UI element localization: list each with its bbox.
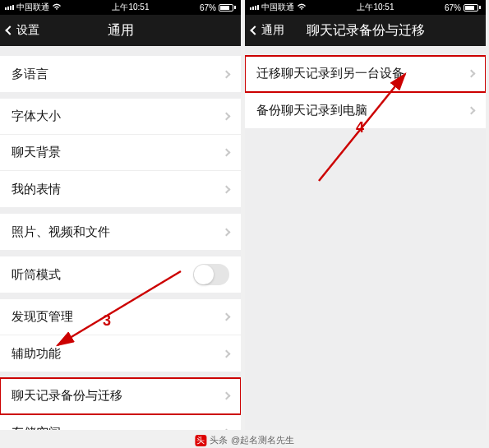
list-item[interactable]: 我的表情 [0, 171, 241, 207]
back-label: 设置 [16, 23, 39, 38]
wifi-icon [297, 3, 307, 12]
status-bar: 中国联通 上午10:51 67% [0, 0, 241, 15]
list-item[interactable]: 存储空间 [0, 414, 241, 430]
chevron-left-icon [250, 25, 259, 35]
chevron-right-icon [223, 149, 231, 157]
list-item[interactable]: 多语言 [0, 56, 241, 92]
list-item[interactable]: 听筒模式 [0, 256, 241, 293]
wifi-icon [52, 3, 62, 12]
battery-percent: 67% [445, 3, 461, 12]
settings-list[interactable]: 多语言字体大小聊天背景我的表情照片、视频和文件听筒模式发现页管理辅助功能聊天记录… [0, 46, 241, 430]
chevron-right-icon [223, 392, 231, 400]
back-label: 通用 [261, 23, 284, 38]
chevron-right-icon [223, 228, 231, 236]
list-item[interactable]: 迁移聊天记录到另一台设备 [245, 56, 486, 92]
list-item[interactable]: 聊天记录备份与迁移 [0, 378, 241, 414]
list-item[interactable]: 备份聊天记录到电脑 [245, 92, 486, 128]
signal-icon [250, 5, 259, 10]
chevron-right-icon [223, 313, 231, 321]
page-title: 聊天记录备份与迁移 [307, 22, 425, 39]
battery-percent: 67% [200, 3, 216, 12]
chevron-right-icon [223, 428, 231, 430]
credit-footer: 头 头条 @起名测名先生 [195, 434, 294, 446]
status-time: 上午10:51 [112, 2, 149, 13]
chevron-left-icon [5, 25, 14, 35]
chevron-right-icon [223, 185, 231, 193]
nav-bar: 设置 通用 [0, 15, 241, 46]
row-label: 照片、视频和文件 [12, 224, 110, 240]
phone-right: 中国联通 上午10:51 67% 通用 聊天记录备份与迁移 迁移聊天记录到另一台… [245, 0, 486, 430]
credit-author: @起名测名先生 [231, 434, 294, 446]
status-time: 上午10:51 [357, 2, 394, 13]
credit-prefix: 头条 [210, 434, 228, 446]
row-label: 多语言 [12, 67, 48, 82]
page-title: 通用 [108, 22, 134, 39]
list-item[interactable]: 聊天背景 [0, 135, 241, 171]
carrier-text: 中国联通 [261, 2, 294, 13]
row-label: 发现页管理 [12, 309, 73, 325]
back-button[interactable]: 设置 [0, 23, 46, 38]
chevron-right-icon [223, 113, 231, 121]
back-button[interactable]: 通用 [245, 23, 291, 38]
chevron-right-icon [468, 106, 476, 114]
list-item[interactable]: 发现页管理 [0, 299, 241, 335]
list-item[interactable]: 辅助功能 [0, 335, 241, 372]
list-item[interactable]: 照片、视频和文件 [0, 214, 241, 250]
phone-left: 中国联通 上午10:51 67% 设置 通用 多语言字体大小聊天背景我的表情照片… [0, 0, 241, 430]
status-bar: 中国联通 上午10:51 67% [245, 0, 486, 15]
row-label: 存储空间 [12, 425, 61, 431]
chevron-right-icon [468, 70, 476, 78]
carrier-text: 中国联通 [16, 2, 49, 13]
battery-icon [219, 4, 236, 12]
chevron-right-icon [223, 349, 231, 358]
credit-icon: 头 [195, 435, 206, 446]
battery-icon [464, 4, 481, 12]
row-label: 聊天背景 [12, 145, 61, 160]
settings-list[interactable]: 迁移聊天记录到另一台设备备份聊天记录到电脑 [245, 46, 486, 430]
row-label: 听筒模式 [12, 267, 61, 283]
row-label: 字体大小 [12, 109, 61, 124]
row-label: 迁移聊天记录到另一台设备 [256, 66, 404, 81]
chevron-right-icon [223, 70, 231, 78]
signal-icon [5, 5, 14, 10]
row-label: 聊天记录备份与迁移 [12, 388, 122, 404]
nav-bar: 通用 聊天记录备份与迁移 [245, 15, 486, 46]
list-item[interactable]: 字体大小 [0, 99, 241, 135]
toggle-switch[interactable] [193, 264, 229, 285]
row-label: 备份聊天记录到电脑 [256, 103, 367, 118]
row-label: 我的表情 [12, 182, 61, 197]
row-label: 辅助功能 [12, 346, 61, 362]
